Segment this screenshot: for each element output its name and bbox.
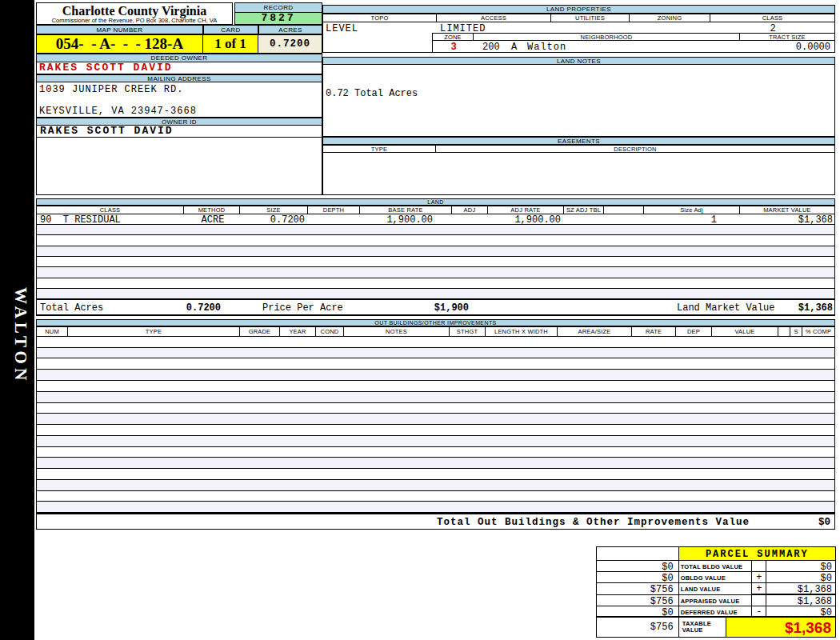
land-totals-row: Total Acres 0.7200 Price Per Acre $1,900… xyxy=(36,299,835,316)
parcel-summary-stub xyxy=(597,547,679,561)
total-bldg-assessed: $0 xyxy=(597,561,679,572)
land-label: LAND VALUE xyxy=(679,583,753,595)
ob-pct-comp-header: % COMP xyxy=(802,326,835,337)
land-class-value: 90 T RESIDUAL xyxy=(40,214,121,226)
easement-type-column-header: TYPE xyxy=(322,145,436,153)
ob-length-width-header: LENGTH X WIDTH xyxy=(486,326,558,337)
ob-area-size-header: AREA/SIZE xyxy=(558,326,632,337)
out-buildings-empty-rows xyxy=(36,337,835,513)
total-bldg-label: TOTAL BLDG VALUE xyxy=(679,561,753,572)
land-adj-rate-header: ADJ RATE xyxy=(488,206,564,214)
easements-title: EASEMENTS xyxy=(322,137,835,145)
ob-cond-header: COND xyxy=(316,326,344,337)
land-market-value-header: MARKET VALUE xyxy=(740,206,835,214)
card-label: CARD xyxy=(203,25,258,34)
land-value-row: $756 LAND VALUE + $1,368 xyxy=(597,583,835,595)
deferred-value-row: $0 DEFERRED VALUE - $0 xyxy=(597,606,835,618)
total-bldg-value: $0 xyxy=(766,561,835,572)
obldg-op: + xyxy=(752,572,766,583)
obldg-label: OBLDG VALUE xyxy=(679,572,753,583)
parcel-summary-header-row: PARCEL SUMMARY xyxy=(597,547,835,561)
ob-blank-header xyxy=(778,326,790,337)
land-note-text: 0.72 Total Acres xyxy=(326,88,418,99)
deferred-assessed: $0 xyxy=(597,606,679,618)
neighborhood-column-header: NEIGHBORHOOD xyxy=(474,33,740,41)
neighborhood-code: 200 A xyxy=(482,42,517,53)
total-bldg-op xyxy=(752,561,766,572)
land-properties-title: LAND PROPERTIES xyxy=(322,5,835,14)
appraised-value-row: $756 APPRAISED VALUE $1,368 xyxy=(597,595,835,606)
property-record-card: WALTON Charlotte County Virginia Commiss… xyxy=(0,0,840,640)
ob-rate-header: RATE xyxy=(632,326,676,337)
ob-grade-header: GRADE xyxy=(240,326,280,337)
land-sz-adj-tbl-header: SZ ADJ TBL xyxy=(564,206,604,214)
access-column-header: ACCESS xyxy=(437,14,551,22)
out-buildings-total-label: Total Out Buildings & Other Improvements… xyxy=(437,517,750,528)
appraised-value: $1,368 xyxy=(766,595,835,606)
taxable-assessed: $756 xyxy=(597,618,679,637)
tract-size-value: 0.0000 xyxy=(741,42,830,53)
district-label: WALTON xyxy=(5,272,30,400)
deferred-op: - xyxy=(752,606,766,618)
ob-num-header: NUM xyxy=(36,326,68,337)
card-value: 1 of 1 xyxy=(203,34,258,54)
ob-year-header: YEAR xyxy=(280,326,316,337)
land-base-rate-value: 1,900.00 xyxy=(349,214,433,226)
land-table-title: LAND xyxy=(36,198,835,206)
land-market-value-value: $1,368 xyxy=(749,214,833,226)
owner-id-value: RAKES SCOTT DAVID xyxy=(36,126,322,137)
easement-description-column-header: DESCRIPTION xyxy=(436,145,835,153)
land-notes-title: LAND NOTES xyxy=(322,57,835,65)
ob-value-header: VALUE xyxy=(712,326,778,337)
land-properties-header-row: TOPO ACCESS UTILITIES ZONING CLASS xyxy=(322,14,835,22)
land-blank-header xyxy=(604,206,644,214)
map-number-value: 054- - A- - - 128-A xyxy=(36,34,203,54)
land-size-adj-header: Size Adj xyxy=(644,206,740,214)
land-table-header-row: CLASS METHOD SIZE DEPTH BASE RATE ADJ AD… xyxy=(36,206,835,214)
land-size-adj-value: 1 xyxy=(629,214,717,226)
utilities-column-header: UTILITIES xyxy=(551,14,630,22)
ob-dep-header: DEP xyxy=(676,326,712,337)
land-empty-rows xyxy=(36,225,835,299)
land-data-row: 90 T RESIDUAL ACRE 0.7200 1,900.00 1,900… xyxy=(36,214,835,225)
deferred-value: $0 xyxy=(766,606,835,618)
class-column-header: CLASS xyxy=(710,14,835,22)
appraised-assessed: $756 xyxy=(597,595,679,606)
obldg-value-row: $0 OBLDG VALUE + $0 xyxy=(597,572,835,583)
appraised-label: APPRAISED VALUE xyxy=(679,595,753,606)
parcel-summary: PARCEL SUMMARY $0 TOTAL BLDG VALUE $0 $0… xyxy=(596,546,836,638)
out-buildings-title: OUT BUILDINGS/OTHER IMPROVEMENTS xyxy=(36,319,835,326)
neighborhood-name: Walton xyxy=(527,42,566,53)
ob-type-header: TYPE xyxy=(68,326,240,337)
mailing-address-box: 1039 JUNIPER CREEK RD. KEYSVILLE, VA 239… xyxy=(36,82,322,118)
total-acres-value: 0.7200 xyxy=(157,302,221,314)
address-line-2: KEYSVILLE, VA 23947-3668 xyxy=(39,106,197,117)
deeded-owner-value: RAKES SCOTT DAVID xyxy=(36,62,322,74)
map-number-label: MAP NUMBER xyxy=(36,25,203,34)
ob-s-header: S xyxy=(790,326,802,337)
commissioner-line: Commissioner of the Revenue, PO Box 308,… xyxy=(37,18,232,24)
taxable-value-row: $756 TAXABLE VALUE $1,368 xyxy=(597,618,835,637)
out-buildings-header-row: NUM TYPE GRADE YEAR COND NOTES STHGT LEN… xyxy=(36,326,835,337)
deferred-label: DEFERRED VALUE xyxy=(679,606,753,618)
taxable-label: TAXABLE VALUE xyxy=(679,618,727,637)
tract-size-column-header: TRACT SIZE xyxy=(740,33,835,41)
county-header-box: Charlotte County Virginia Commissioner o… xyxy=(36,2,233,25)
zone-header-row: ZONE NEIGHBORHOOD TRACT SIZE xyxy=(432,33,835,41)
land-op: + xyxy=(752,583,766,595)
land-depth-header: DEPTH xyxy=(308,206,360,214)
obldg-value: $0 xyxy=(766,572,835,583)
land-notes-box: 0.72 Total Acres xyxy=(322,65,835,137)
address-line-1: 1039 JUNIPER CREEK RD. xyxy=(39,84,183,95)
appraised-op xyxy=(752,595,766,606)
acres-value: 0.7200 xyxy=(258,34,322,54)
acres-label: ACRES xyxy=(258,25,322,34)
land-value: $1,368 xyxy=(766,583,835,595)
topo-column-header: TOPO xyxy=(322,14,437,22)
zone-value: 3 xyxy=(433,42,474,53)
ob-sthgt-header: STHGT xyxy=(450,326,486,337)
obldg-assessed: $0 xyxy=(597,572,679,583)
price-per-acre-value: $1,900 xyxy=(397,302,469,314)
land-method-value: ACRE xyxy=(185,214,241,226)
total-acres-label: Total Acres xyxy=(40,302,103,314)
